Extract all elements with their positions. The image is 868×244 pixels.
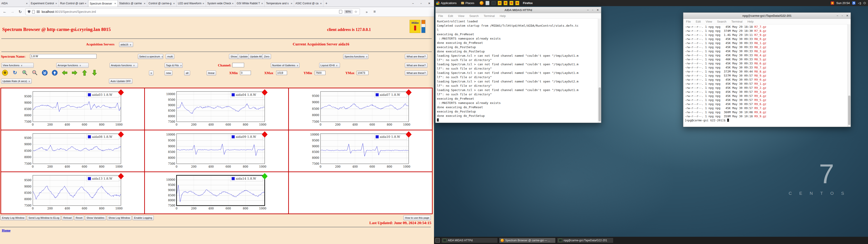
terminal-menu-search[interactable]: Search <box>469 14 478 18</box>
taskbar-item[interactable]: Spectrum Browser @ carme-gsi — ... <box>499 238 556 243</box>
expand-circle-icon[interactable] <box>52 69 58 76</box>
tab-close-icon[interactable]: ✕ <box>291 2 292 5</box>
all-button[interactable]: all <box>184 70 190 75</box>
tab-close-icon[interactable]: ✕ <box>26 2 28 5</box>
terminal-menu-help[interactable]: Help <box>747 20 754 23</box>
browser-tab[interactable]: GSI White Rabbit T✕ <box>235 0 265 7</box>
ymax-input[interactable]: 10473 <box>357 71 368 75</box>
terminal-menu-view[interactable]: View <box>458 14 464 18</box>
zoom-in-icon[interactable] <box>22 69 28 76</box>
spectra-functions-dropdown[interactable]: Spectra functions <box>343 54 368 59</box>
analysis-functions-dropdown[interactable]: Analysis functions <box>110 63 138 68</box>
minimize-icon[interactable]: ‒ <box>411 2 414 5</box>
terminal-menu-search[interactable]: Search <box>717 20 726 23</box>
auto-update-button[interactable]: Auto Update OFF <box>109 79 132 84</box>
view-functions-dropdown[interactable]: View functions <box>1 63 34 68</box>
midas-logo[interactable]: Midas <box>410 20 421 33</box>
minimize-icon[interactable]: ‒ <box>837 14 838 17</box>
taskbar-item[interactable]: AIDA MIDAS HTTPd <box>441 238 498 243</box>
terminal-scrollbar[interactable] <box>598 19 601 123</box>
new-tab-button[interactable]: + <box>323 0 329 7</box>
permissions-icon[interactable] <box>37 11 40 13</box>
terminal-window-tapedata[interactable]: npg@carme-gsi:/TapeData/G22-201 ‒ ▫ ✕ Fi… <box>683 12 851 127</box>
close-icon[interactable]: ✕ <box>428 2 431 5</box>
tags-fits-dropdown[interactable]: Tags & Fits <box>164 63 183 68</box>
midas-launcher-icon-1[interactable]: M <box>498 1 502 5</box>
update-button[interactable]: Update <box>238 54 249 59</box>
maximize-icon[interactable]: ▫ <box>420 2 423 5</box>
terminal-menu-edit[interactable]: Edit <box>696 20 701 23</box>
tab-close-icon[interactable]: ✕ <box>55 2 57 5</box>
layout-id-dropdown[interactable]: Layout ID=8 <box>319 63 340 68</box>
tab-close-icon[interactable]: ✕ <box>232 2 234 5</box>
footer-button-empty-log-window[interactable]: Empty Log Window <box>0 215 26 220</box>
maximize-icon[interactable]: ▫ <box>842 14 843 17</box>
spectrum-chart-aida08[interactable]: 7500800085009000950002004006008001000aid… <box>19 132 132 172</box>
browser-tab[interactable]: ASIC Control @ ca✕ <box>294 0 323 7</box>
new-button[interactable]: new <box>164 70 173 75</box>
xmax-input[interactable]: 1019 <box>276 71 287 75</box>
pan-left-icon[interactable] <box>61 69 68 76</box>
firefox-launcher-icon[interactable] <box>480 1 484 5</box>
terminal-menu-file[interactable]: File <box>438 14 443 18</box>
bookmark-star-icon[interactable]: ☆ <box>354 10 358 14</box>
update-rate-dropdown[interactable]: Update Rate (4 secs) <box>1 79 32 84</box>
footer-button-show-variables[interactable]: Show Variables <box>85 215 106 220</box>
spectrum-chart-aida07[interactable]: 7500800085009000950002004006008001000aid… <box>307 90 420 129</box>
terminal-menu-terminal[interactable]: Terminal <box>732 20 743 23</box>
close-icon[interactable]: ✕ <box>597 8 599 11</box>
tab-close-icon[interactable]: ✕ <box>85 2 87 5</box>
browser-tab[interactable]: System wide Check✕ <box>206 0 235 7</box>
radiation-icon[interactable]: ☢ <box>2 69 8 76</box>
midas-launcher-icon-4[interactable]: M <box>515 1 519 5</box>
browser-tab[interactable]: Run Control @ carme✕ <box>59 0 88 7</box>
footer-button-send-log-window-to-elog[interactable]: Send Log Window to ELog <box>27 215 61 220</box>
forward-icon[interactable]: → <box>10 9 15 14</box>
spectrum-chart-aida10[interactable]: 7500800085009000950010000020040060080010… <box>307 132 420 172</box>
what-are-these-button-2[interactable]: What are these? <box>405 63 428 68</box>
zoom-level-badge[interactable]: 90% <box>344 10 352 14</box>
back-icon[interactable]: ← <box>2 9 7 14</box>
ymin-input[interactable]: 7500 <box>315 71 326 75</box>
footer-button-reset[interactable]: Reset <box>74 215 84 220</box>
pan-down-icon[interactable] <box>91 69 98 76</box>
gallery-cell-aida07[interactable]: 7500800085009000950002004006008001000aid… <box>289 88 432 130</box>
terminal-menu-file[interactable]: File <box>686 20 691 23</box>
midas-launcher-icon-2[interactable]: M <box>504 1 507 5</box>
select-spectrum-dropdown[interactable]: Select a spectrum <box>138 54 163 59</box>
terminal-menu-terminal[interactable]: Terminal <box>484 14 495 18</box>
arrange-functions-dropdown[interactable]: Arrange functions <box>56 63 89 68</box>
refresh-icon[interactable]: ↻ <box>12 69 18 76</box>
reload-icon[interactable]: ↻ <box>18 9 23 14</box>
what-are-these-button-3[interactable]: What are these? <box>405 70 428 75</box>
volume-icon[interactable]: ◁) <box>858 1 861 5</box>
shell-prompt[interactable]: [npg@carme-gsi G22-201]$ <box>685 118 849 122</box>
collapse-circle-icon[interactable] <box>41 69 48 76</box>
x-button[interactable]: x <box>149 70 153 75</box>
terminal-titlebar[interactable]: AIDA MIDAS HTTPd ‒ ▫ ✕ <box>436 7 601 13</box>
applications-menu[interactable]: Applications <box>434 0 459 6</box>
url-bar[interactable]: localhost:8015/Spectrum/Spectrum.tml 90%… <box>25 8 360 15</box>
spectrum-name-input[interactable]: 1.8.W <box>30 54 96 59</box>
footer-button-reload[interactable]: Reload <box>62 215 73 220</box>
zero-button[interactable]: Zero <box>262 54 271 59</box>
taskbar-item[interactable]: npg@carme-gsi:/TapeData/G22-201 <box>557 238 614 243</box>
terminal-menu-help[interactable]: Help <box>500 14 506 18</box>
browser-tab[interactable]: Spectrum Browser✕ <box>88 0 118 7</box>
terminal-menu-view[interactable]: View <box>706 20 712 23</box>
terminal-window-aida-midas[interactable]: AIDA MIDAS HTTPd ‒ ▫ ✕ FileEditViewSearc… <box>435 7 601 123</box>
spectrum-chart-aida03[interactable]: 7500800085009000950002004006008001000aid… <box>19 90 132 129</box>
how-to-use-button[interactable]: How to use this page <box>403 215 431 220</box>
browser-tab[interactable]: AIDA✕ <box>0 0 29 7</box>
page-info-icon[interactable] <box>32 10 35 13</box>
menu-icon[interactable]: ≡ <box>373 9 376 14</box>
midas-alert-icon[interactable] <box>831 1 834 5</box>
linear-button[interactable]: linear <box>207 70 216 75</box>
places-menu[interactable]: Places <box>459 0 476 6</box>
url-text[interactable]: localhost:8015/Spectrum/Spectrum.tml <box>41 10 337 13</box>
terminal-titlebar[interactable]: npg@carme-gsi:/TapeData/G22-201 ‒ ▫ ✕ <box>683 13 850 19</box>
gallery-cell-aida10[interactable]: 7500800085009000950010000020040060080010… <box>289 130 432 172</box>
secondary-logo[interactable] <box>421 20 426 33</box>
spectrum-chart-aida13[interactable]: 7500800085009000950002004006008001000aid… <box>19 174 132 213</box>
browser-tab[interactable]: LED and Waveform✕ <box>177 0 206 7</box>
